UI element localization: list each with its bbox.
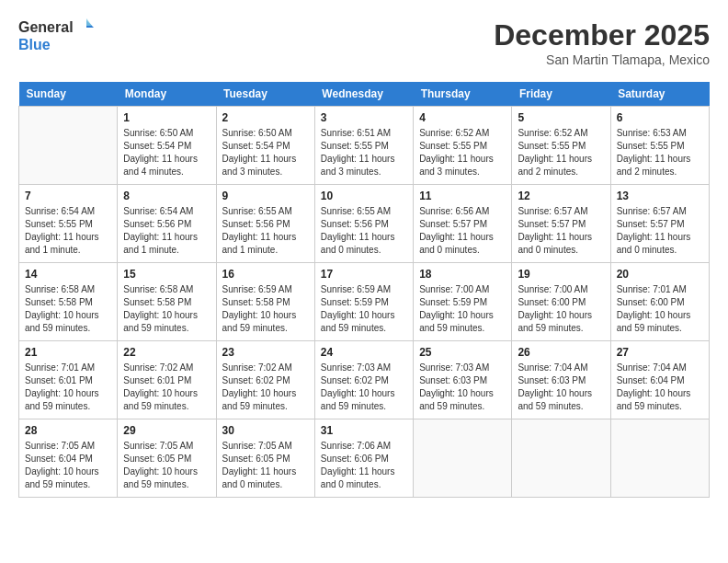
- calendar-cell: 31Sunrise: 7:06 AM Sunset: 6:06 PM Dayli…: [314, 419, 413, 498]
- calendar-cell: 4Sunrise: 6:52 AM Sunset: 5:55 PM Daylig…: [414, 107, 512, 185]
- calendar-cell: 8Sunrise: 6:54 AM Sunset: 5:56 PM Daylig…: [118, 185, 216, 263]
- day-info: Sunrise: 7:00 AM Sunset: 5:59 PM Dayligh…: [419, 283, 506, 335]
- day-number: 18: [419, 268, 506, 281]
- calendar-cell: 15Sunrise: 6:58 AM Sunset: 5:58 PM Dayli…: [118, 263, 216, 341]
- calendar-table: SundayMondayTuesdayWednesdayThursdayFrid…: [18, 82, 710, 498]
- weekday-header-thursday: Thursday: [414, 82, 512, 107]
- day-info: Sunrise: 7:04 AM Sunset: 6:03 PM Dayligh…: [518, 362, 604, 413]
- calendar-cell: [610, 419, 709, 498]
- day-info: Sunrise: 7:01 AM Sunset: 6:01 PM Dayligh…: [25, 362, 111, 413]
- day-info: Sunrise: 6:56 AM Sunset: 5:57 PM Dayligh…: [419, 205, 506, 257]
- day-number: 31: [321, 424, 407, 437]
- calendar-cell: 5Sunrise: 6:52 AM Sunset: 5:55 PM Daylig…: [512, 107, 610, 185]
- day-info: Sunrise: 6:51 AM Sunset: 5:55 PM Dayligh…: [321, 127, 407, 178]
- day-number: 23: [222, 346, 309, 359]
- day-info: Sunrise: 6:57 AM Sunset: 5:57 PM Dayligh…: [617, 205, 703, 257]
- day-number: 8: [123, 190, 210, 202]
- day-info: Sunrise: 7:05 AM Sunset: 6:05 PM Dayligh…: [123, 440, 210, 491]
- calendar-week-row: 21Sunrise: 7:01 AM Sunset: 6:01 PM Dayli…: [19, 341, 710, 419]
- svg-marker-1: [86, 18, 92, 26]
- logo: General Blue: [18, 18, 94, 53]
- day-number: 21: [25, 346, 111, 359]
- calendar-cell: 6Sunrise: 6:53 AM Sunset: 5:55 PM Daylig…: [610, 107, 709, 185]
- calendar-cell: 11Sunrise: 6:56 AM Sunset: 5:57 PM Dayli…: [414, 185, 512, 263]
- calendar-cell: 14Sunrise: 6:58 AM Sunset: 5:58 PM Dayli…: [19, 263, 118, 341]
- day-number: 10: [321, 190, 407, 202]
- weekday-header-row: SundayMondayTuesdayWednesdayThursdayFrid…: [19, 82, 710, 107]
- calendar-cell: 1Sunrise: 6:50 AM Sunset: 5:54 PM Daylig…: [118, 107, 216, 185]
- day-info: Sunrise: 6:50 AM Sunset: 5:54 PM Dayligh…: [222, 127, 309, 178]
- day-number: 9: [222, 190, 309, 202]
- calendar-cell: 29Sunrise: 7:05 AM Sunset: 6:05 PM Dayli…: [118, 419, 216, 498]
- day-info: Sunrise: 6:52 AM Sunset: 5:55 PM Dayligh…: [419, 127, 506, 178]
- day-info: Sunrise: 6:59 AM Sunset: 5:58 PM Dayligh…: [222, 283, 309, 335]
- weekday-header-friday: Friday: [512, 82, 610, 107]
- day-number: 30: [222, 424, 309, 437]
- day-info: Sunrise: 7:05 AM Sunset: 6:04 PM Dayligh…: [25, 440, 111, 491]
- day-info: Sunrise: 6:55 AM Sunset: 5:56 PM Dayligh…: [222, 205, 309, 257]
- calendar-cell: 21Sunrise: 7:01 AM Sunset: 6:01 PM Dayli…: [19, 341, 118, 419]
- weekday-header-wednesday: Wednesday: [314, 82, 413, 107]
- day-number: 24: [321, 346, 407, 359]
- day-number: 27: [617, 346, 703, 359]
- month-title: December 2025: [494, 18, 710, 52]
- day-number: 19: [518, 268, 604, 281]
- logo-bird-icon: [75, 18, 94, 37]
- calendar-week-row: 7Sunrise: 6:54 AM Sunset: 5:55 PM Daylig…: [19, 185, 710, 263]
- day-info: Sunrise: 7:01 AM Sunset: 6:00 PM Dayligh…: [617, 283, 703, 335]
- calendar-cell: 23Sunrise: 7:02 AM Sunset: 6:02 PM Dayli…: [216, 341, 314, 419]
- calendar-cell: [414, 419, 512, 498]
- day-info: Sunrise: 7:00 AM Sunset: 6:00 PM Dayligh…: [518, 283, 604, 335]
- day-info: Sunrise: 6:58 AM Sunset: 5:58 PM Dayligh…: [25, 283, 111, 335]
- calendar-cell: 2Sunrise: 6:50 AM Sunset: 5:54 PM Daylig…: [216, 107, 314, 185]
- calendar-cell: 27Sunrise: 7:04 AM Sunset: 6:04 PM Dayli…: [610, 341, 709, 419]
- day-info: Sunrise: 6:53 AM Sunset: 5:55 PM Dayligh…: [617, 127, 703, 178]
- calendar-cell: 9Sunrise: 6:55 AM Sunset: 5:56 PM Daylig…: [216, 185, 314, 263]
- calendar-cell: 10Sunrise: 6:55 AM Sunset: 5:56 PM Dayli…: [314, 185, 413, 263]
- day-number: 6: [617, 111, 703, 124]
- day-number: 20: [617, 268, 703, 281]
- day-number: 4: [419, 111, 506, 124]
- day-number: 14: [25, 268, 111, 281]
- day-info: Sunrise: 6:58 AM Sunset: 5:58 PM Dayligh…: [123, 283, 210, 335]
- calendar-cell: 30Sunrise: 7:05 AM Sunset: 6:05 PM Dayli…: [216, 419, 314, 498]
- calendar-cell: 3Sunrise: 6:51 AM Sunset: 5:55 PM Daylig…: [314, 107, 413, 185]
- calendar-week-row: 28Sunrise: 7:05 AM Sunset: 6:04 PM Dayli…: [19, 419, 710, 498]
- day-info: Sunrise: 6:50 AM Sunset: 5:54 PM Dayligh…: [123, 127, 210, 178]
- calendar-cell: 17Sunrise: 6:59 AM Sunset: 5:59 PM Dayli…: [314, 263, 413, 341]
- day-number: 15: [123, 268, 210, 281]
- calendar-cell: [512, 419, 610, 498]
- day-info: Sunrise: 7:03 AM Sunset: 6:03 PM Dayligh…: [419, 362, 506, 413]
- calendar-cell: 24Sunrise: 7:03 AM Sunset: 6:02 PM Dayli…: [314, 341, 413, 419]
- day-info: Sunrise: 7:05 AM Sunset: 6:05 PM Dayligh…: [222, 440, 309, 491]
- weekday-header-sunday: Sunday: [19, 82, 118, 107]
- day-info: Sunrise: 6:55 AM Sunset: 5:56 PM Dayligh…: [321, 205, 407, 257]
- calendar-cell: 25Sunrise: 7:03 AM Sunset: 6:03 PM Dayli…: [414, 341, 512, 419]
- day-number: 17: [321, 268, 407, 281]
- day-info: Sunrise: 7:02 AM Sunset: 6:02 PM Dayligh…: [222, 362, 309, 413]
- day-info: Sunrise: 7:03 AM Sunset: 6:02 PM Dayligh…: [321, 362, 407, 413]
- page-header: General Blue December 2025 San Martin Tl…: [18, 18, 710, 67]
- day-number: 7: [25, 190, 111, 202]
- day-number: 3: [321, 111, 407, 124]
- day-number: 13: [617, 190, 703, 202]
- day-info: Sunrise: 6:57 AM Sunset: 5:57 PM Dayligh…: [518, 205, 604, 257]
- day-number: 1: [123, 111, 210, 124]
- calendar-cell: 26Sunrise: 7:04 AM Sunset: 6:03 PM Dayli…: [512, 341, 610, 419]
- day-info: Sunrise: 7:06 AM Sunset: 6:06 PM Dayligh…: [321, 440, 407, 491]
- day-info: Sunrise: 6:54 AM Sunset: 5:55 PM Dayligh…: [25, 205, 111, 257]
- calendar-cell: 28Sunrise: 7:05 AM Sunset: 6:04 PM Dayli…: [19, 419, 118, 498]
- day-number: 2: [222, 111, 309, 124]
- calendar-week-row: 1Sunrise: 6:50 AM Sunset: 5:54 PM Daylig…: [19, 107, 710, 185]
- calendar-cell: 13Sunrise: 6:57 AM Sunset: 5:57 PM Dayli…: [610, 185, 709, 263]
- day-number: 28: [25, 424, 111, 437]
- day-number: 22: [123, 346, 210, 359]
- day-info: Sunrise: 7:02 AM Sunset: 6:01 PM Dayligh…: [123, 362, 210, 413]
- day-number: 5: [518, 111, 604, 124]
- day-number: 25: [419, 346, 506, 359]
- calendar-cell: 18Sunrise: 7:00 AM Sunset: 5:59 PM Dayli…: [414, 263, 512, 341]
- weekday-header-monday: Monday: [118, 82, 216, 107]
- calendar-cell: 20Sunrise: 7:01 AM Sunset: 6:00 PM Dayli…: [610, 263, 709, 341]
- weekday-header-tuesday: Tuesday: [216, 82, 314, 107]
- title-block: December 2025 San Martin Tlamapa, Mexico: [494, 18, 710, 67]
